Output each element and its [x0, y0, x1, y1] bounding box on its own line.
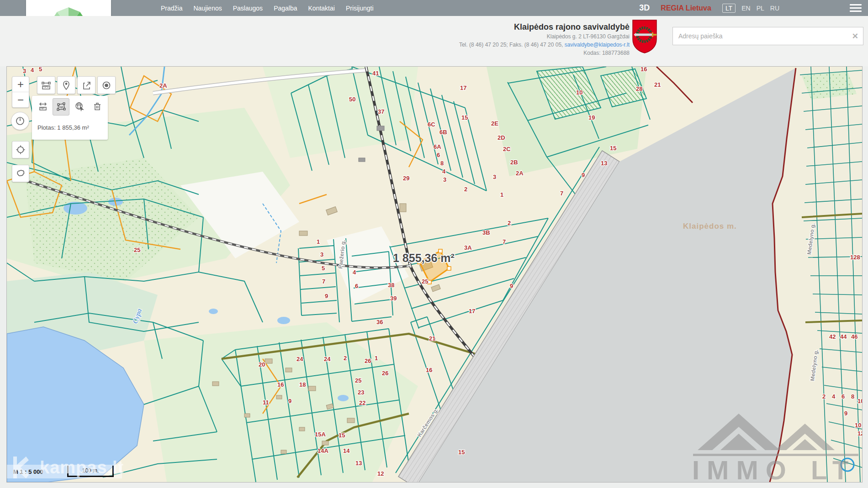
parcel-number: 10	[576, 89, 582, 96]
regia-lietuva-link[interactable]: REGIA Lietuva	[661, 4, 711, 12]
search-clear-icon[interactable]: ✕	[847, 31, 863, 41]
parcel-number: 28	[636, 85, 642, 92]
parcel-number: 19	[588, 114, 595, 121]
parcel-number: 2A	[516, 170, 524, 177]
parcel-number: 2D	[498, 134, 505, 141]
parcel-number: 20	[259, 361, 265, 368]
parcel-number: 8	[440, 160, 444, 167]
measure-distance-button[interactable]	[35, 98, 51, 115]
map-canvas[interactable]: 3452A41503717156C6B2E2D2C2B2A6A684329211…	[6, 66, 863, 483]
parcel-number: 16	[277, 381, 284, 388]
clear-measurement-button[interactable]	[89, 98, 105, 115]
export-share-tool-button[interactable]	[77, 76, 95, 94]
municipality-email-link[interactable]: savivaldybe@klaipedos-r.lt	[565, 42, 630, 48]
export-icon	[81, 80, 91, 90]
map-pin-icon	[61, 80, 71, 90]
lang-en[interactable]: EN	[741, 5, 750, 12]
parcel-number: 4	[832, 393, 836, 400]
hamburger-menu-icon[interactable]	[850, 2, 862, 14]
history-clock-button[interactable]	[11, 112, 29, 130]
parcel-number: 128	[850, 254, 860, 261]
parcel-number: 15	[610, 145, 616, 152]
parcel-number: 6	[437, 152, 440, 158]
lang-ru[interactable]: RU	[770, 5, 779, 12]
identify-point-tool-button[interactable]	[97, 76, 116, 94]
scale-bar: 100 m.	[67, 466, 114, 477]
zoom-out-button[interactable]: −	[12, 92, 29, 107]
parcel-number: 5	[39, 67, 42, 73]
parcel-number: 2E	[491, 120, 498, 127]
parcel-number: 15	[458, 449, 465, 456]
parcel-number: 3	[493, 173, 496, 180]
parcel-number: 15	[339, 432, 345, 439]
parcel-number: 3A	[464, 244, 472, 251]
parcel-number: 2	[344, 355, 347, 362]
parcel-number: 13	[601, 160, 607, 167]
parcel-number: 21	[654, 81, 661, 88]
lang-lt[interactable]: LT	[722, 4, 736, 13]
municipality-address: Klaipėdos g. 2 LT-96130 Gargždai	[459, 33, 630, 40]
zoom-in-button[interactable]: +	[12, 77, 29, 92]
full-extent-lithuania-button[interactable]	[12, 165, 29, 182]
parcel-number: 23	[358, 389, 364, 396]
municipality-phones: Tel. (8 46) 47 20 25; Faks. (8 46) 47 20…	[459, 42, 565, 48]
map-graphics: 3452A41503717156C6B2E2D2C2B2A6A684329211…	[7, 67, 862, 482]
parcel-number: 2B	[510, 159, 518, 166]
parcel-number: 6A	[434, 143, 441, 150]
header: Klaipėdos rajono savivaldybė Klaipėdos g…	[0, 16, 868, 66]
parcel-number: 7	[560, 190, 563, 197]
distance-measure-icon	[38, 101, 48, 111]
measure-panel: Plotas: 1 855,36 m²	[32, 96, 108, 140]
measure-length-tool-button[interactable]	[37, 76, 55, 94]
measure-on-globe-button[interactable]	[71, 98, 87, 115]
parcel-number: 44	[840, 333, 847, 340]
parcel-number: 39	[390, 295, 397, 302]
lithuania-outline-icon	[15, 168, 26, 179]
trash-icon	[92, 101, 102, 111]
neighbor-region-label: Klaipėdos m.	[683, 222, 737, 231]
area-measurement-label: 1 855,36 m²	[393, 252, 455, 265]
globe-pointer-icon	[74, 101, 85, 111]
parcel-number: 4	[353, 269, 356, 276]
parcel-number: 26	[382, 370, 388, 377]
parcel-number: 16	[426, 367, 432, 373]
parcel-number: 9	[510, 283, 513, 289]
parcel-number: 38	[388, 282, 394, 289]
parcel-number: 15A	[315, 431, 326, 438]
top-nav-bar: Pradžia Naujienos Paslaugos Pagalba Kont…	[0, 0, 868, 16]
3d-mode-button[interactable]: 3D	[639, 3, 650, 13]
add-marker-tool-button[interactable]	[57, 76, 75, 94]
crosshair-icon	[16, 145, 26, 155]
parcel-number: 50	[349, 96, 355, 103]
parcel-number: 36	[376, 319, 383, 325]
parcel-number: 9	[582, 172, 585, 178]
nav-item-pagalba[interactable]: Pagalba	[274, 5, 297, 12]
nav-item-pradzia[interactable]: Pradžia	[161, 5, 182, 12]
measure-area-button[interactable]	[53, 98, 69, 115]
locate-me-button[interactable]	[12, 141, 29, 158]
map-scale-text: M 1 : 5 000	[13, 468, 43, 475]
parcel-number: 9	[288, 398, 291, 404]
parcel-number: 2	[822, 393, 826, 400]
nav-item-paslaugos[interactable]: Paslaugos	[233, 5, 263, 12]
parcel-number: 25	[355, 377, 361, 384]
parcel-number: 3	[23, 68, 26, 74]
nav-item-kontaktai[interactable]: Kontaktai	[308, 5, 335, 12]
area-measure-icon	[56, 102, 66, 112]
parcel-number: 3	[443, 176, 446, 183]
parcel-number: 24	[324, 356, 331, 362]
nav-item-prisijungti[interactable]: Prisijungti	[346, 5, 374, 12]
main-menu: Pradžia Naujienos Paslaugos Pagalba Kont…	[161, 0, 374, 16]
lang-pl[interactable]: PL	[757, 5, 764, 12]
nav-item-naujienos[interactable]: Naujienos	[193, 5, 222, 12]
address-search-input[interactable]	[673, 32, 847, 40]
parcel-number: 6	[842, 393, 845, 400]
parcel-number: 15	[461, 114, 468, 121]
area-result-text: Plotas: 1 855,36 m²	[32, 118, 108, 131]
scale-bar-label: 100 m.	[82, 467, 99, 474]
parcel-number: 14	[343, 447, 350, 454]
parcel-number: 2	[464, 186, 467, 193]
parcel-number: 42	[829, 333, 836, 340]
parcel-number: 29	[403, 175, 409, 182]
parcel-number: 12	[857, 430, 862, 437]
